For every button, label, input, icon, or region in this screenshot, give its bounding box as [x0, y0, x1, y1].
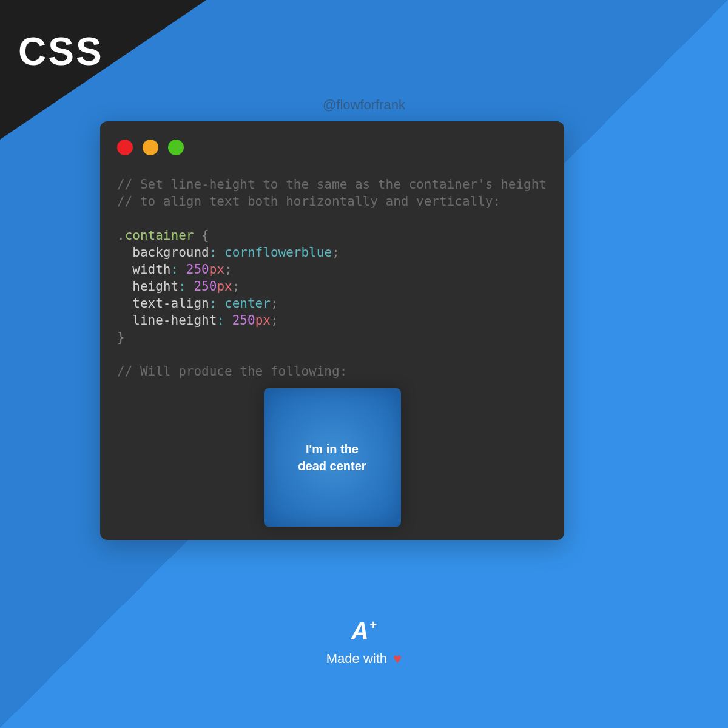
demo-center-box: I'm in the dead center	[264, 388, 401, 527]
css-number: 250	[232, 313, 255, 328]
colon: :	[217, 313, 224, 328]
colon: :	[209, 296, 217, 311]
traffic-light-close-icon	[117, 140, 133, 155]
semi: ;	[271, 296, 278, 311]
code-block: // Set line-height to the same as the co…	[117, 176, 547, 380]
css-unit: px	[209, 262, 224, 277]
code-window: // Set line-height to the same as the co…	[100, 121, 564, 540]
selector-name: container	[125, 228, 194, 243]
colon: :	[178, 279, 186, 294]
code-comment: // Will produce the following:	[117, 364, 347, 379]
css-unit: px	[217, 279, 232, 294]
semi: ;	[224, 262, 232, 277]
code-comment: // to align text both horizontally and v…	[117, 194, 500, 209]
colon: :	[209, 245, 217, 260]
footer-logo: A+	[351, 619, 377, 643]
css-value: cornflowerblue	[224, 245, 332, 260]
colon: :	[171, 262, 179, 277]
css-value: center	[224, 296, 271, 311]
traffic-light-zoom-icon	[168, 140, 184, 155]
css-prop: width	[132, 262, 170, 277]
traffic-light-minimize-icon	[143, 140, 158, 155]
made-with-text: Made with	[326, 651, 387, 667]
attribution-handle: @flowforfrank	[323, 97, 405, 113]
css-prop: text-align	[132, 296, 209, 311]
semi: ;	[332, 245, 340, 260]
css-prop: background	[132, 245, 209, 260]
css-badge-label: CSS	[18, 29, 104, 74]
traffic-lights	[117, 140, 547, 155]
brace-open: {	[194, 228, 209, 243]
footer-logo-letter: A	[351, 619, 369, 643]
css-prop: line-height	[132, 313, 217, 328]
css-prop: height	[132, 279, 178, 294]
selector-dot: .	[117, 228, 125, 243]
made-with-line: Made with ♥	[326, 650, 402, 667]
demo-text-line1: I'm in the	[306, 442, 359, 456]
css-unit: px	[255, 313, 271, 328]
brace-close: }	[117, 330, 125, 345]
code-comment: // Set line-height to the same as the co…	[117, 177, 547, 192]
css-number: 250	[194, 279, 217, 294]
heart-icon: ♥	[393, 650, 402, 667]
demo-text-line2: dead center	[298, 459, 366, 473]
footer-logo-plus-icon: +	[370, 619, 377, 631]
css-number: 250	[186, 262, 209, 277]
footer: A+ Made with ♥	[0, 619, 728, 667]
demo-text: I'm in the dead center	[298, 440, 366, 474]
semi: ;	[271, 313, 278, 328]
semi: ;	[232, 279, 240, 294]
